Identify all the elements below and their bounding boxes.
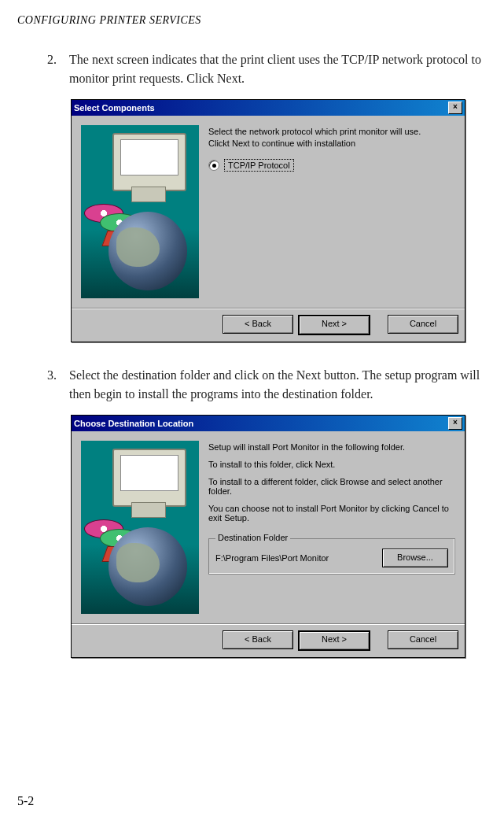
step-number: 3.: [47, 366, 69, 404]
radio-icon[interactable]: [208, 160, 219, 171]
installshield-brand: InstallShield: [81, 222, 83, 295]
content-area: 2. The next screen indicates that the pr…: [0, 27, 504, 658]
cancel-button[interactable]: Cancel: [388, 630, 458, 649]
dialog-title: Select Components: [74, 103, 155, 113]
instruction-line: To install to this folder, click Next.: [208, 460, 455, 469]
select-components-dialog: Select Components × InstallShield Select…: [71, 99, 465, 342]
group-legend: Destination Folder: [215, 533, 290, 542]
right-pane: Setup will install Port Monitor in the f…: [208, 441, 455, 614]
titlebar: Choose Destination Location ×: [72, 416, 465, 431]
protocol-option[interactable]: TCP/IP Protocol: [208, 159, 455, 172]
step-3: 3. Select the destination folder and cli…: [47, 366, 488, 404]
option-label: TCP/IP Protocol: [224, 159, 294, 172]
instruction-line: You can choose not to install Port Monit…: [208, 504, 455, 523]
cancel-button[interactable]: Cancel: [388, 315, 458, 334]
destination-folder-group: Destination Folder F:\Program Files\Port…: [208, 538, 455, 575]
browse-button[interactable]: Browse...: [382, 549, 448, 567]
installshield-brand: InstallShield: [81, 538, 83, 611]
step-2: 2. The next screen indicates that the pr…: [47, 50, 488, 88]
step-text: Select the destination folder and click …: [69, 366, 488, 404]
dialog-footer: < Back Next > Cancel: [72, 623, 465, 657]
close-icon[interactable]: ×: [448, 102, 462, 114]
header-text: CONFIGURING PRINTER SERVICES: [17, 14, 201, 26]
close-icon[interactable]: ×: [448, 417, 462, 430]
dialog-title: Choose Destination Location: [74, 419, 193, 428]
choose-destination-dialog: Choose Destination Location × InstallShi…: [71, 415, 465, 658]
dialog-body: InstallShield Setup will install Port Mo…: [72, 431, 465, 623]
back-button[interactable]: < Back: [223, 315, 293, 334]
titlebar: Select Components ×: [72, 100, 465, 116]
back-button[interactable]: < Back: [223, 630, 293, 649]
monitor-icon: [112, 133, 186, 191]
step-number: 2.: [47, 50, 69, 88]
monitor-icon: [112, 449, 186, 507]
installshield-graphic: InstallShield: [81, 441, 199, 614]
page-number: 5-2: [17, 794, 34, 808]
instruction-line: To install to a different folder, click …: [208, 477, 455, 496]
dialog-footer: < Back Next > Cancel: [72, 308, 465, 342]
step-text: The next screen indicates that the print…: [69, 50, 488, 88]
page-header: CONFIGURING PRINTER SERVICES: [0, 0, 504, 27]
destination-path: F:\Program Files\Port Monitor: [215, 553, 329, 563]
instruction-line: Clickt Next to continue with installatio…: [208, 139, 455, 148]
installshield-graphic: InstallShield: [81, 125, 199, 298]
globe-icon: [109, 212, 187, 290]
next-button[interactable]: Next >: [298, 630, 370, 651]
instruction-line: Setup will install Port Monitor in the f…: [208, 442, 455, 452]
instruction-line: Select the network protocol which print …: [208, 127, 455, 136]
monitor-base: [131, 187, 166, 202]
globe-icon: [109, 527, 187, 606]
monitor-base: [131, 502, 166, 518]
right-pane: Select the network protocol which print …: [208, 125, 455, 298]
dialog-body: InstallShield Select the network protoco…: [72, 116, 465, 308]
next-button[interactable]: Next >: [298, 315, 370, 335]
